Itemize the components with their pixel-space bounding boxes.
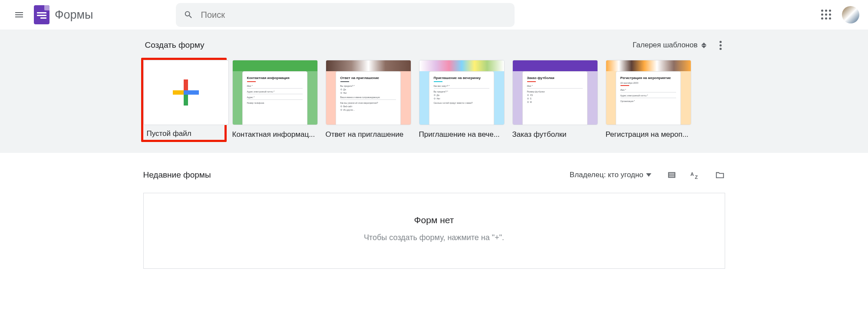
template-label: Регистрация на мероп...: [606, 130, 691, 139]
gallery-section-title: Создать форму: [145, 40, 205, 50]
app-header: Формы: [0, 0, 868, 30]
empty-state-title: Форм нет: [152, 215, 716, 225]
owner-filter-dropdown[interactable]: Владелец: кто угодно: [570, 171, 651, 179]
empty-state-subtitle: Чтобы создать форму, нажмите на "+".: [152, 233, 716, 242]
template-label: Заказ футболки: [512, 130, 598, 139]
main-menu-icon[interactable]: [9, 4, 30, 25]
template-gallery-label: Галерея шаблонов: [633, 41, 697, 50]
app-title: Формы: [55, 8, 93, 22]
recent-section-title: Недавние формы: [143, 170, 211, 180]
recent-forms-section: Недавние формы Владелец: кто угодно AZ Ф…: [135, 153, 734, 286]
unfold-icon: [701, 43, 706, 48]
gallery-more-icon[interactable]: [718, 39, 723, 52]
svg-text:A: A: [690, 172, 694, 177]
template-label: Контактная информац...: [232, 130, 318, 139]
user-avatar[interactable]: [842, 6, 859, 23]
list-view-icon[interactable]: [667, 170, 677, 180]
template-gallery-button[interactable]: Галерея шаблонов: [628, 38, 710, 52]
sort-az-icon[interactable]: AZ: [690, 170, 701, 180]
template-gallery: Создать форму Галерея шаблонов: [0, 30, 868, 153]
svg-text:Z: Z: [695, 175, 698, 180]
template-rsvp[interactable]: Ответ на приглашение Вы придете? * Да Не…: [326, 60, 411, 140]
search-icon: [184, 10, 193, 20]
template-event-registration[interactable]: Регистрация на мероприятие 19 сентября 2…: [606, 60, 691, 140]
template-label: Приглашение на вече...: [419, 130, 505, 139]
search-box[interactable]: [176, 3, 515, 27]
template-tshirt-order[interactable]: Заказ футболки Имя * Размер футболки XS …: [512, 60, 598, 140]
search-input[interactable]: [201, 10, 507, 20]
template-label: Пустой файл: [147, 129, 221, 138]
forms-logo-icon: [34, 5, 50, 24]
template-label: Ответ на приглашение: [326, 130, 411, 139]
owner-filter-label: Владелец: кто угодно: [570, 171, 644, 179]
empty-state: Форм нет Чтобы создать форму, нажмите на…: [143, 193, 725, 269]
template-party-invite[interactable]: Приглашение на вечеринку Как вас зовут? …: [419, 60, 505, 140]
app-logo-block[interactable]: Формы: [34, 5, 93, 24]
apps-grid-icon[interactable]: [821, 10, 832, 20]
template-contact-info[interactable]: Контактная информация Имя * Адрес электр…: [232, 60, 318, 140]
folder-icon[interactable]: [715, 170, 725, 180]
chevron-down-icon: [646, 173, 651, 177]
template-blank[interactable]: Пустой файл: [141, 58, 227, 142]
plus-icon: [173, 79, 199, 106]
